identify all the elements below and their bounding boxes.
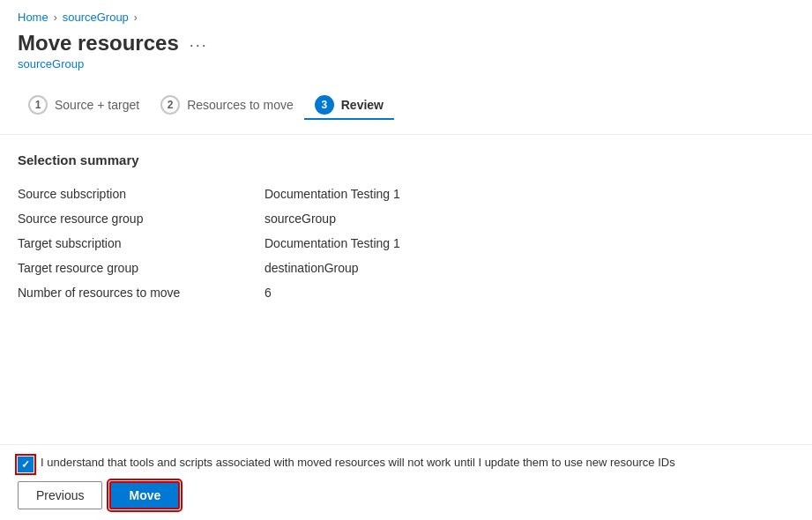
page-header: Move resources ··· (0, 27, 812, 57)
table-row: Source resource group sourceGroup (18, 206, 794, 231)
disclaimer-row: ✓ I understand that tools and scripts as… (18, 456, 794, 472)
row-value-0: Documentation Testing 1 (264, 182, 794, 206)
step-source-target[interactable]: 1 Source + target (18, 92, 150, 120)
move-button[interactable]: Move (109, 481, 180, 509)
sub-header: sourceGroup (0, 57, 812, 85)
step-3-label: Review (341, 98, 384, 112)
buttons-row: Previous Move (18, 481, 794, 509)
table-row: Target resource group destinationGroup (18, 256, 794, 280)
step-resources-to-move[interactable]: 2 Resources to move (150, 92, 304, 120)
breadcrumb-home[interactable]: Home (18, 11, 48, 24)
table-row: Number of resources to move 6 (18, 280, 794, 305)
disclaimer-text: I understand that tools and scripts asso… (41, 456, 675, 469)
main-content: Selection summary Source subscription Do… (0, 152, 812, 305)
row-label-1: Source resource group (18, 206, 264, 231)
previous-button[interactable]: Previous (18, 481, 102, 509)
step-2-circle: 2 (160, 95, 180, 115)
footer: ✓ I understand that tools and scripts as… (0, 444, 812, 520)
step-1-circle: 1 (28, 95, 48, 115)
row-value-3: destinationGroup (264, 256, 794, 280)
wizard-steps: 1 Source + target 2 Resources to move 3 … (0, 85, 812, 135)
step-2-label: Resources to move (187, 98, 294, 112)
summary-table: Source subscription Documentation Testin… (18, 182, 794, 305)
checkmark-icon: ✓ (21, 459, 30, 470)
subtitle-text: sourceGroup (18, 57, 84, 71)
row-label-4: Number of resources to move (18, 280, 264, 305)
step-3-circle: 3 (315, 95, 334, 115)
row-label-2: Target subscription (18, 231, 264, 256)
table-row: Source subscription Documentation Testin… (18, 182, 794, 206)
more-options-button[interactable]: ··· (190, 36, 208, 55)
row-value-2: Documentation Testing 1 (264, 231, 794, 256)
row-value-1: sourceGroup (264, 206, 794, 231)
row-value-4: 6 (264, 280, 794, 305)
row-label-0: Source subscription (18, 182, 264, 206)
breadcrumb: Home › sourceGroup › (0, 0, 812, 27)
table-row: Target subscription Documentation Testin… (18, 231, 794, 256)
section-title: Selection summary (18, 152, 794, 167)
disclaimer-checkbox[interactable]: ✓ (18, 457, 34, 472)
breadcrumb-sep-2: › (134, 11, 138, 24)
step-1-label: Source + target (55, 98, 139, 112)
page-title: Move resources (18, 31, 179, 56)
step-review[interactable]: 3 Review (304, 92, 394, 120)
row-label-3: Target resource group (18, 256, 264, 280)
breadcrumb-source-group[interactable]: sourceGroup (63, 11, 129, 24)
breadcrumb-sep-1: › (54, 11, 57, 24)
